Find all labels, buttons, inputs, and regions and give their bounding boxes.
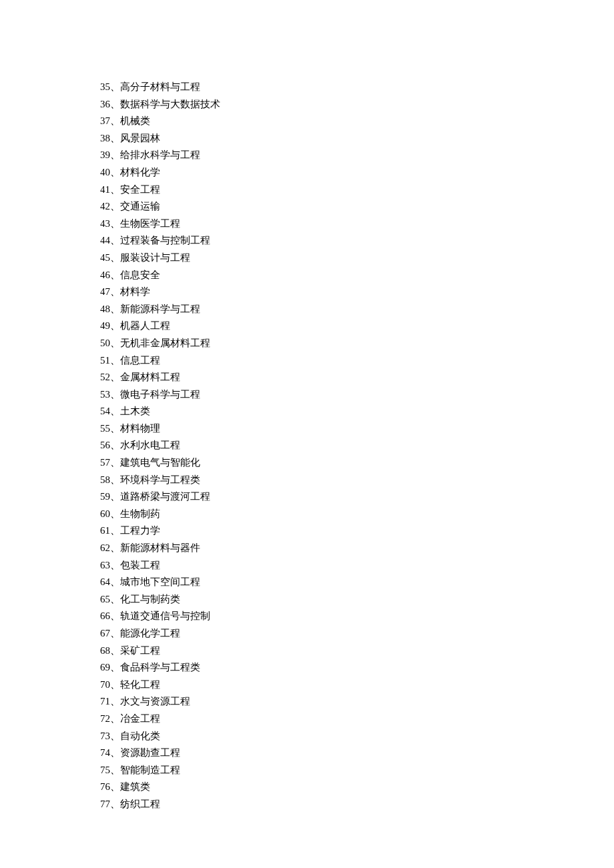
item-text: 化工与制药类: [120, 594, 180, 604]
item-separator: 、: [110, 406, 120, 416]
item-separator: 、: [110, 133, 120, 143]
list-item: 75、智能制造工程: [100, 762, 614, 779]
list-item: 62、新能源材料与器件: [100, 540, 614, 557]
list-item: 59、道路桥梁与渡河工程: [100, 488, 614, 506]
item-number: 35: [100, 81, 110, 92]
list-item: 63、包装工程: [100, 557, 614, 574]
list-item: 55、材料物理: [100, 420, 614, 438]
item-text: 生物医学工程: [120, 218, 180, 229]
item-separator: 、: [110, 149, 120, 160]
list-item: 77、纺织工程: [100, 796, 614, 813]
item-separator: 、: [110, 167, 120, 177]
list-item: 71、水文与资源工程: [100, 693, 614, 711]
item-separator: 、: [110, 542, 120, 553]
item-number: 76: [100, 781, 110, 792]
item-text: 城市地下空间工程: [120, 576, 200, 587]
item-text: 安全工程: [120, 184, 160, 195]
item-text: 智能制造工程: [120, 765, 180, 775]
item-separator: 、: [110, 304, 120, 314]
list-item: 42、交通运输: [100, 198, 614, 215]
item-number: 69: [100, 662, 110, 673]
item-number: 56: [100, 440, 110, 450]
item-text: 微电子科学与工程: [120, 389, 200, 400]
item-separator: 、: [110, 731, 120, 741]
item-number: 40: [100, 167, 110, 177]
item-separator: 、: [110, 389, 120, 400]
item-number: 64: [100, 576, 110, 587]
item-text: 数据科学与大数据技术: [120, 99, 220, 109]
list-item: 68、采矿工程: [100, 642, 614, 660]
list-item: 40、材料化学: [100, 164, 614, 181]
item-separator: 、: [110, 440, 120, 450]
item-text: 包装工程: [120, 560, 160, 570]
list-item: 41、安全工程: [100, 181, 614, 199]
list-item: 39、给排水科学与工程: [100, 147, 614, 164]
list-item: 48、新能源科学与工程: [100, 301, 614, 318]
item-text: 轨道交通信号与控制: [120, 610, 210, 621]
item-separator: 、: [110, 491, 120, 502]
item-separator: 、: [110, 747, 120, 758]
item-number: 49: [100, 320, 110, 331]
item-text: 建筑类: [120, 781, 150, 792]
item-number: 42: [100, 201, 110, 211]
list-item: 54、土木类: [100, 403, 614, 420]
item-separator: 、: [110, 781, 120, 792]
item-number: 37: [100, 115, 110, 126]
item-number: 45: [100, 252, 110, 263]
item-separator: 、: [110, 423, 120, 434]
item-text: 服装设计与工程: [120, 252, 190, 263]
item-text: 生物制药: [120, 508, 160, 519]
item-text: 建筑电气与智能化: [120, 457, 200, 468]
item-text: 水利水电工程: [120, 440, 180, 450]
item-number: 68: [100, 645, 110, 656]
item-number: 43: [100, 218, 110, 229]
list-item: 64、城市地下空间工程: [100, 574, 614, 591]
item-separator: 、: [110, 645, 120, 656]
item-number: 77: [100, 799, 110, 809]
item-number: 50: [100, 338, 110, 348]
item-separator: 、: [110, 286, 120, 297]
item-text: 机械类: [120, 115, 150, 126]
item-text: 材料物理: [120, 423, 160, 434]
item-separator: 、: [110, 270, 120, 280]
item-text: 金属材料工程: [120, 372, 180, 382]
item-number: 54: [100, 406, 110, 416]
item-number: 46: [100, 270, 110, 280]
item-separator: 、: [110, 338, 120, 348]
list-item: 76、建筑类: [100, 779, 614, 796]
item-text: 无机非金属材料工程: [120, 338, 210, 348]
item-text: 土木类: [120, 406, 150, 416]
item-separator: 、: [110, 628, 120, 638]
item-separator: 、: [110, 372, 120, 382]
list-item: 65、化工与制药类: [100, 591, 614, 608]
list-item: 70、轻化工程: [100, 677, 614, 694]
list-item: 51、信息工程: [100, 352, 614, 370]
list-item: 57、建筑电气与智能化: [100, 454, 614, 472]
item-number: 36: [100, 99, 110, 109]
list-item: 49、机器人工程: [100, 318, 614, 335]
item-separator: 、: [110, 713, 120, 724]
list-item: 74、资源勘查工程: [100, 745, 614, 762]
item-separator: 、: [110, 799, 120, 809]
item-text: 食品科学与工程类: [120, 662, 200, 673]
item-number: 67: [100, 628, 110, 638]
item-separator: 、: [110, 201, 120, 211]
item-separator: 、: [110, 355, 120, 366]
item-number: 70: [100, 679, 110, 690]
item-number: 39: [100, 149, 110, 160]
list-item: 69、食品科学与工程类: [100, 659, 614, 677]
item-separator: 、: [110, 525, 120, 536]
list-item: 46、信息安全: [100, 267, 614, 284]
item-number: 71: [100, 696, 110, 707]
item-separator: 、: [110, 457, 120, 468]
list-item: 38、风景园林: [100, 130, 614, 147]
item-separator: 、: [110, 594, 120, 604]
item-text: 自动化类: [120, 731, 160, 741]
item-text: 轻化工程: [120, 679, 160, 690]
item-text: 高分子材料与工程: [120, 81, 200, 92]
item-text: 新能源材料与器件: [120, 542, 200, 553]
item-separator: 、: [110, 662, 120, 673]
list-item: 67、能源化学工程: [100, 625, 614, 642]
item-number: 53: [100, 389, 110, 400]
item-number: 58: [100, 474, 110, 485]
